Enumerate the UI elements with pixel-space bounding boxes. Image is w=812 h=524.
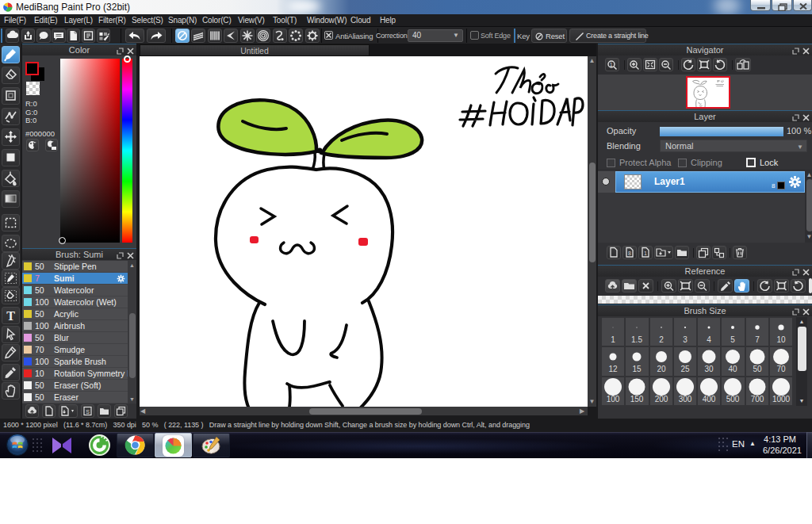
svg-text:4: 4	[707, 335, 711, 344]
svg-text:40: 40	[729, 365, 738, 373]
svg-text:S: S	[86, 409, 90, 415]
svg-text:1: 1	[611, 335, 615, 344]
svg-text:1.5: 1.5	[631, 335, 642, 344]
svg-text:700: 700	[750, 395, 764, 404]
svg-text:150: 150	[630, 395, 644, 404]
svg-text:500: 500	[726, 395, 740, 404]
svg-text:15: 15	[633, 365, 642, 373]
svg-text:25: 25	[680, 365, 690, 373]
svg-text:T: T	[6, 309, 15, 323]
svg-text:200: 200	[654, 395, 668, 404]
svg-text:100: 100	[607, 395, 620, 404]
svg-text:400: 400	[703, 395, 716, 404]
svg-text:1: 1	[644, 251, 647, 256]
svg-text:70: 70	[776, 365, 786, 373]
svg-text:12: 12	[608, 365, 618, 373]
svg-text:5: 5	[730, 335, 735, 344]
svg-text:300: 300	[678, 395, 691, 404]
svg-text:3: 3	[683, 335, 688, 344]
svg-text:1: 1	[610, 62, 613, 67]
svg-text:8: 8	[628, 251, 631, 256]
svg-text:30: 30	[704, 365, 714, 373]
svg-text:7: 7	[755, 335, 760, 344]
svg-text:50: 50	[753, 365, 762, 373]
svg-text:10: 10	[776, 335, 786, 344]
svg-text:1000: 1000	[772, 395, 791, 404]
svg-text:2: 2	[659, 335, 664, 344]
svg-text:20: 20	[657, 365, 666, 373]
